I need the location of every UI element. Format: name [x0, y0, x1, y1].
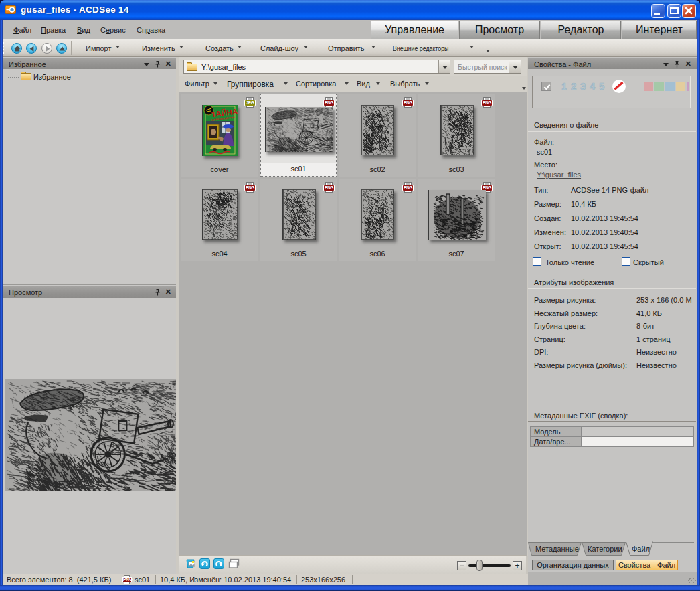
svg-text:Категории: Категории	[588, 545, 622, 553]
svg-text:Метаданные: Метаданные	[535, 545, 579, 553]
svg-text:Файл: Файл	[632, 545, 650, 553]
